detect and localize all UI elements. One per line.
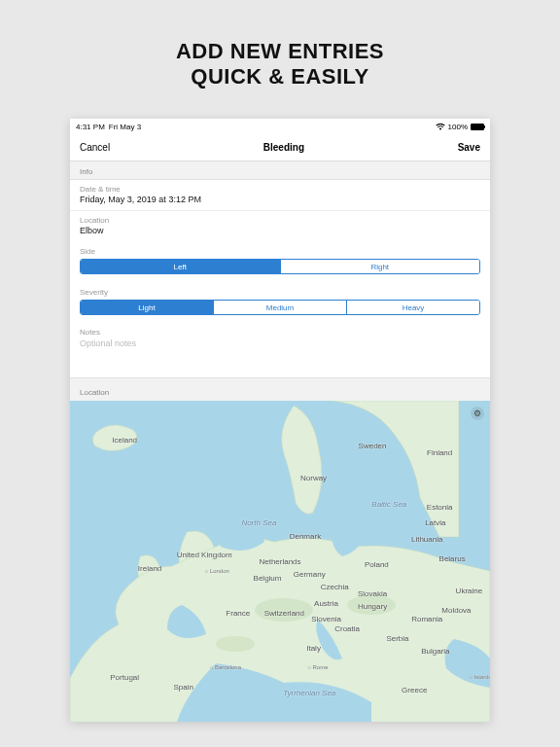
status-date: Fri May 3 xyxy=(109,123,141,131)
cancel-button[interactable]: Cancel xyxy=(80,142,110,153)
svg-point-3 xyxy=(216,636,255,652)
datetime-label: Date & time xyxy=(80,185,480,194)
gear-icon: ⚙ xyxy=(473,409,481,418)
status-time: 4:31 PM xyxy=(76,123,105,131)
battery-percent: 100% xyxy=(448,123,468,131)
page-title: Bleeding xyxy=(263,142,304,153)
battery-icon xyxy=(471,124,484,130)
status-bar: 4:31 PM Fri May 3 100% xyxy=(70,119,490,134)
severity-option-light[interactable]: Light xyxy=(81,301,213,314)
location-value: Elbow xyxy=(80,226,480,235)
severity-option-medium[interactable]: Medium xyxy=(213,301,346,314)
wifi-icon xyxy=(436,124,445,130)
map-location-header: Location xyxy=(70,378,490,401)
side-option-right[interactable]: Right xyxy=(280,260,480,273)
promo-line2: QUICK & EASILY xyxy=(176,64,384,89)
notes-label: Notes xyxy=(80,328,480,337)
map-settings-button[interactable]: ⚙ xyxy=(471,407,484,420)
datetime-row[interactable]: Date & time Friday, May 3, 2019 at 3:12 … xyxy=(70,180,490,210)
svg-point-1 xyxy=(255,598,313,622)
datetime-value: Friday, May 3, 2019 at 3:12 PM xyxy=(80,195,480,204)
nav-bar: Cancel Bleeding Save xyxy=(70,134,490,161)
severity-label: Severity xyxy=(70,282,490,300)
location-row[interactable]: Location Elbow xyxy=(70,210,490,241)
info-section-header: Info xyxy=(70,161,490,179)
notes-row[interactable]: Notes Optional notes xyxy=(70,323,490,377)
severity-segmented: Light Medium Heavy xyxy=(80,300,480,315)
severity-option-heavy[interactable]: Heavy xyxy=(346,301,479,314)
promo-heading: ADD NEW ENTRIES QUICK & EASILY xyxy=(176,39,384,89)
location-label: Location xyxy=(80,216,480,225)
side-segmented: Left Right xyxy=(80,259,480,274)
notes-placeholder: Optional notes xyxy=(80,338,480,348)
map-view[interactable]: ⚙ IcelandNorwaySwedenFinlandEstoniaLatvi… xyxy=(70,401,490,722)
info-card: Date & time Friday, May 3, 2019 at 3:12 … xyxy=(70,179,490,378)
save-button[interactable]: Save xyxy=(458,142,480,153)
side-option-left[interactable]: Left xyxy=(81,260,280,273)
promo-line1: ADD NEW ENTRIES xyxy=(176,39,384,64)
side-label: Side xyxy=(70,241,490,259)
svg-point-2 xyxy=(347,595,396,615)
device-frame: 4:31 PM Fri May 3 100% Cancel Bleeding S… xyxy=(70,119,490,722)
